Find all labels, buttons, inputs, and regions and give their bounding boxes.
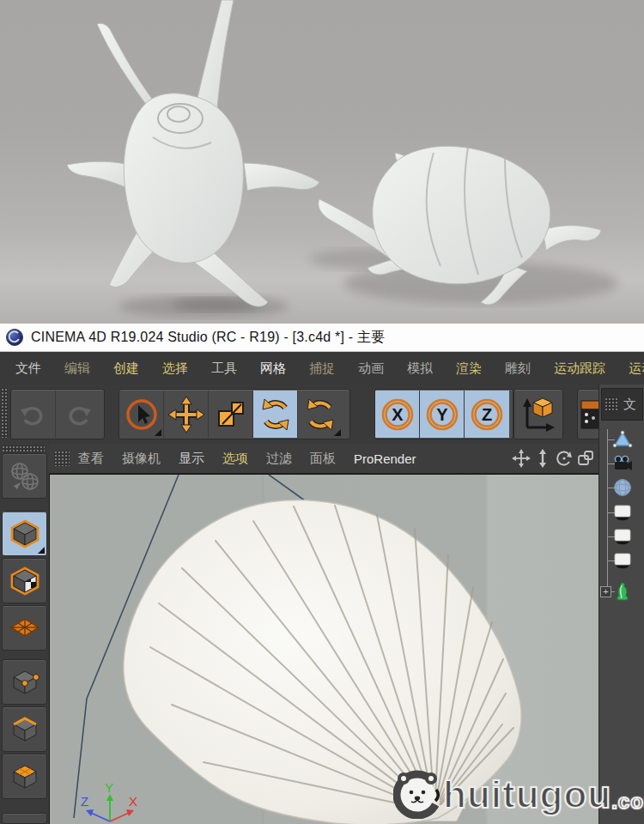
edges-mode-icon (9, 713, 41, 746)
title-bar: CINEMA 4D R19.024 Studio (RC - R19) - [3… (0, 324, 644, 352)
last-tool-button[interactable] (298, 391, 343, 438)
pan-view-icon[interactable] (512, 449, 531, 468)
undo-button[interactable] (11, 391, 56, 438)
vp-menu-cameras[interactable]: 摄像机 (122, 451, 161, 467)
object-manager-grip[interactable] (605, 397, 618, 411)
menu-animate[interactable]: 动画 (358, 360, 384, 377)
vp-menu-filter[interactable]: 过滤 (266, 451, 292, 467)
cone-object-icon (612, 429, 633, 450)
vp-menu-view[interactable]: 查看 (78, 451, 104, 467)
coordinate-system-button[interactable] (514, 391, 559, 438)
viewport: 查看 摄像机 显示 选项 过滤 面板 ProRender (49, 444, 598, 824)
background-plate-item-1[interactable] (612, 502, 633, 523)
model-mode-icon (9, 518, 41, 550)
tree-expander[interactable]: + (600, 586, 611, 597)
points-mode-button[interactable] (2, 659, 47, 705)
object-tree-spine (607, 429, 608, 592)
background-plate-icon (612, 502, 633, 523)
object-manager-panel: 文 (598, 385, 644, 824)
rotate-view-icon[interactable] (555, 449, 574, 468)
camera-object-item[interactable] (612, 453, 633, 474)
cone-object-item[interactable] (612, 429, 633, 450)
y-axis-label: Y (105, 780, 113, 795)
menu-create[interactable]: 创建 (113, 360, 139, 377)
svg-text:X: X (392, 405, 404, 424)
render-view-button[interactable] (578, 391, 600, 438)
background-plate-icon (612, 526, 633, 547)
background-plate-item-2[interactable] (612, 526, 633, 547)
z-axis-lock-button[interactable]: Z (465, 391, 509, 438)
figure-object-icon (612, 581, 633, 602)
render-view-icon (578, 396, 600, 433)
axis-lock-group: X Y Z (374, 389, 513, 439)
polygons-mode-button[interactable] (2, 754, 47, 799)
menu-select[interactable]: 选择 (162, 360, 188, 377)
make-editable-button[interactable] (2, 453, 47, 499)
edges-mode-button[interactable] (2, 706, 47, 752)
main-toolbar: X Y Z (0, 385, 598, 444)
sidebar-grip[interactable] (2, 445, 45, 452)
menu-edit[interactable]: 编辑 (64, 360, 90, 377)
vp-menu-panel[interactable]: 面板 (310, 451, 336, 467)
clipped-bottom-button[interactable] (2, 813, 47, 824)
polygons-mode-icon (9, 760, 41, 793)
move-tool-button[interactable] (164, 391, 209, 438)
menu-snap[interactable]: 捕捉 (309, 360, 335, 377)
viewport-canvas[interactable]: Z Y X (49, 474, 598, 824)
object-manager-header: 文 (601, 388, 643, 421)
undo-icon (16, 397, 51, 432)
x-axis-lock-button[interactable]: X (375, 391, 420, 438)
points-mode-icon (9, 666, 41, 699)
redo-button[interactable] (56, 391, 100, 438)
coordinate-system-icon (516, 394, 557, 435)
render-preview-image (0, 0, 644, 324)
live-selection-button[interactable] (119, 391, 164, 438)
z-axis-label: Z (81, 794, 88, 809)
coordinate-system-group (513, 389, 563, 439)
toggle-layout-icon[interactable] (576, 449, 595, 468)
vp-menu-prorender[interactable]: ProRender (354, 451, 416, 466)
scale-tool-button[interactable] (209, 391, 253, 438)
undo-redo-group (10, 389, 105, 439)
y-axis-lock-button[interactable]: Y (420, 391, 465, 438)
model-mode-button[interactable] (2, 511, 47, 556)
menu-simulate[interactable]: 模拟 (407, 360, 433, 377)
menu-mesh[interactable]: 网格 (260, 360, 286, 377)
x-axis-icon: X (378, 395, 417, 434)
viewport-scene: Z Y X (50, 475, 598, 824)
z-axis-icon: Z (467, 395, 507, 434)
window-title: CINEMA 4D R19.024 Studio (RC - R19) - [3… (31, 329, 385, 347)
menu-file[interactable]: 文件 (15, 360, 41, 377)
texture-mode-button[interactable] (2, 558, 47, 603)
menu-sculpt[interactable]: 雕刻 (505, 360, 531, 377)
vp-menu-options[interactable]: 选项 (222, 451, 248, 467)
viewport-nav-icons (512, 449, 598, 468)
object-manager-menu[interactable]: 文 (623, 397, 636, 413)
sky-sphere-object-icon (612, 477, 633, 498)
y-axis-icon: Y (422, 395, 462, 434)
redo-icon (61, 397, 95, 432)
menu-mograph[interactable]: 运动图形 (629, 360, 644, 377)
workplane-mode-icon (9, 612, 41, 645)
viewport-grip[interactable] (54, 451, 70, 466)
render-group-clipped (577, 389, 600, 439)
x-axis-label: X (129, 794, 137, 809)
axis-gizmo: Z Y X (81, 780, 137, 821)
sky-sphere-object-item[interactable] (612, 477, 633, 498)
toolbar-grip[interactable] (1, 388, 8, 438)
figure-object-item[interactable] (612, 581, 633, 602)
svg-text:Z: Z (482, 405, 492, 424)
rotate-tool-button[interactable] (253, 391, 298, 438)
rotate-icon (257, 396, 295, 433)
scale-icon (212, 396, 250, 433)
menu-render[interactable]: 渲染 (456, 360, 482, 377)
workplane-mode-button[interactable] (2, 605, 47, 651)
make-editable-icon (9, 460, 41, 493)
texture-mode-icon (9, 565, 41, 597)
menu-motion-tracker[interactable]: 运动跟踪 (554, 360, 605, 377)
background-plate-item-3[interactable] (612, 550, 633, 571)
vp-menu-display[interactable]: 显示 (179, 451, 204, 467)
menu-tools[interactable]: 工具 (211, 360, 237, 377)
zoom-view-icon[interactable] (533, 449, 552, 468)
background-plate-icon (612, 550, 633, 571)
